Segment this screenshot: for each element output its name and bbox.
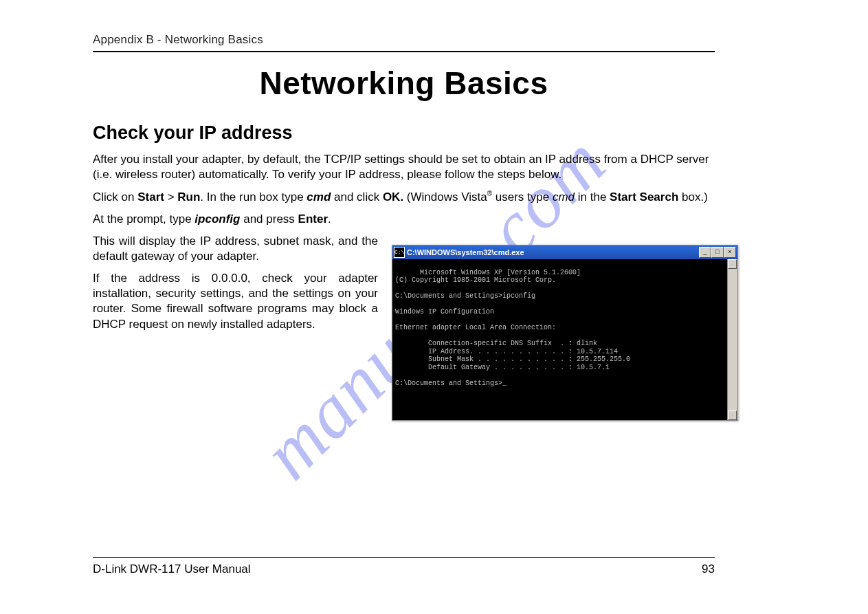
cmd-titlebar: C:\ C:\WINDOWS\system32\cmd.exe _ □ × [392, 245, 737, 259]
text: in the [575, 190, 610, 204]
text: Click on [93, 190, 137, 204]
appendix-label: Appendix B - Networking Basics [93, 33, 715, 47]
cmd-output-text: Microsoft Windows XP [Version 5.1.2600] … [395, 269, 630, 387]
footer-page-number: 93 [702, 562, 715, 576]
text: box.) [678, 190, 708, 204]
section-heading: Check your IP address [93, 122, 715, 144]
text: and press [240, 212, 298, 226]
scroll-down-icon[interactable]: ▾ [728, 410, 737, 420]
paragraph-display: This will display the IP address, subnet… [93, 234, 378, 264]
cmd-title-text: C:\WINDOWS\system32\cmd.exe [407, 248, 699, 256]
footer-rule [93, 557, 715, 558]
paragraph-intro: After you install your adapter, by defau… [93, 152, 715, 182]
maximize-button[interactable]: □ [711, 247, 724, 258]
text: . In the run box type [200, 190, 307, 204]
scroll-up-icon[interactable]: ▴ [728, 259, 737, 269]
text-bold-ok: OK. [383, 190, 403, 204]
cmd-window-buttons: _ □ × [699, 247, 736, 258]
text-bold-start: Start [137, 190, 164, 204]
minimize-button[interactable]: _ [699, 247, 711, 258]
text: At the prompt, type [93, 212, 194, 226]
cmd-scrollbar[interactable]: ▴ ▾ [727, 259, 737, 420]
footer-manual-title: D-Link DWR-117 User Manual [93, 562, 251, 576]
text: > [164, 190, 177, 204]
paragraph-zero-address: If the address is 0.0.0.0, check your ad… [93, 271, 378, 331]
page-title: Networking Basics [93, 65, 715, 102]
close-button[interactable]: × [724, 247, 736, 258]
text-italic-cmd: cmd [553, 190, 575, 204]
text-bold-italic-ipconfig: ipconfig [194, 212, 240, 226]
text: and click [331, 190, 383, 204]
header-rule [93, 51, 715, 52]
paragraph-run-cmd: Click on Start > Run. In the run box typ… [93, 189, 715, 205]
cmd-window: C:\ C:\WINDOWS\system32\cmd.exe _ □ × Mi… [392, 245, 738, 421]
text-bold-start-search: Start Search [610, 190, 678, 204]
text: users type [492, 190, 553, 204]
cmd-output: Microsoft Windows XP [Version 5.1.2600] … [392, 259, 737, 420]
text-bold-italic-cmd: cmd [307, 190, 331, 204]
cmd-icon: C:\ [394, 247, 405, 258]
text-bold-run: Run [177, 190, 200, 204]
registered-mark: ® [487, 190, 492, 197]
paragraph-ipconfig: At the prompt, type ipconfig and press E… [93, 212, 715, 227]
text: . [328, 212, 331, 226]
text: (Windows Vista [403, 190, 487, 204]
text-bold-enter: Enter [298, 212, 328, 226]
manual-page: manualzz.com Appendix B - Networking Bas… [0, 0, 868, 614]
